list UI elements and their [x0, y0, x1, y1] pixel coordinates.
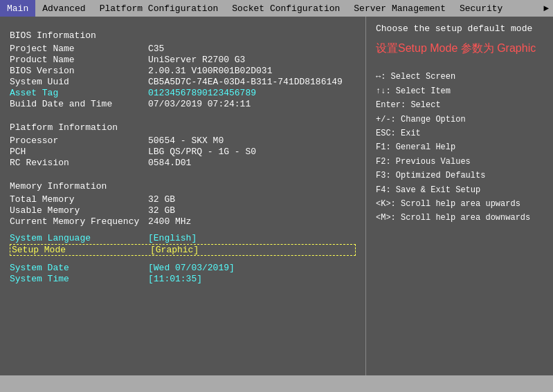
asset-tag-label: Asset Tag: [10, 88, 148, 98]
rc-revision-label: RC Revision: [10, 158, 148, 168]
content-area: BIOS Information Project Name C35 Produc…: [0, 17, 553, 375]
usable-memory-value: 32 GB: [148, 205, 175, 216]
key-scroll-down: <M>: Scroll help area downwards: [376, 211, 543, 225]
menu-item-server-management[interactable]: Server Management: [347, 0, 453, 17]
menu-item-socket-configuration[interactable]: Socket Configuration: [225, 0, 347, 17]
chinese-help-text: 设置Setup Mode 参数为 Graphic: [376, 41, 543, 56]
menu-item-main[interactable]: Main: [0, 0, 35, 17]
menu-item-advanced[interactable]: Advanced: [35, 0, 92, 17]
asset-tag-row: Asset Tag 01234567890123456789: [10, 88, 356, 98]
project-name-value: C35: [148, 44, 164, 54]
bios-version-label: BIOS Version: [10, 66, 148, 76]
system-uuid-label: System Uuid: [10, 77, 148, 87]
platform-section-title: Platform Information: [10, 122, 356, 133]
rc-revision-row: RC Revision 0584.D01: [10, 158, 356, 168]
key-esc: ESC: Exit: [376, 127, 543, 140]
rc-revision-value: 0584.D01: [148, 158, 191, 168]
processor-label: Processor: [10, 136, 148, 146]
build-date-value: 07/03/2019 07:24:11: [148, 99, 251, 109]
system-time-row: System Time [11:01:35]: [10, 274, 356, 284]
total-memory-label: Total Memory: [10, 194, 148, 205]
product-name-label: Product Name: [10, 55, 148, 65]
usable-memory-label: Usable Memory: [10, 205, 148, 216]
usable-memory-row: Usable Memory 32 GB: [10, 205, 356, 216]
processor-value: 50654 - SKX M0: [148, 136, 224, 146]
pch-row: PCH LBG QS/PRQ - 1G - S0: [10, 147, 356, 157]
pch-value: LBG QS/PRQ - 1G - S0: [148, 147, 256, 157]
menu-item-platform-configuration[interactable]: Platform Configuration: [93, 0, 226, 17]
system-date-row: System Date [Wed 07/03/2019]: [10, 263, 356, 273]
key-select-item: ↑↓: Select Item: [376, 84, 543, 98]
product-name-value: UniServer R2700 G3: [148, 55, 245, 65]
menu-arrow: ►: [539, 2, 553, 15]
menu-item-security[interactable]: Security: [453, 0, 509, 17]
system-language-label: System Language: [10, 233, 148, 243]
system-time-value: [11:01:35]: [148, 274, 202, 284]
processor-row: Processor 50654 - SKX M0: [10, 136, 356, 146]
menu-bar: Main Advanced Platform Configuration Soc…: [0, 0, 553, 17]
left-panel: BIOS Information Project Name C35 Produc…: [0, 17, 366, 375]
memory-freq-label: Current Memory Frequency: [10, 216, 148, 227]
memory-freq-value: 2400 MHz: [148, 216, 191, 227]
system-date-label: System Date: [10, 263, 148, 273]
build-date-label: Build Date and Time: [10, 99, 148, 109]
right-panel: Choose the setup default mode 设置Setup Mo…: [366, 17, 553, 375]
key-scroll-up: <K>: Scroll help area upwards: [376, 197, 543, 211]
key-f4: F4: Save & Exit Setup: [376, 183, 543, 197]
asset-tag-value: 01234567890123456789: [148, 88, 256, 98]
setup-mode-label: Setup Mode: [12, 245, 150, 255]
system-uuid-value: CB5A5D7C-74EA-03D4-B311-741DD8186149: [148, 77, 343, 87]
system-uuid-row: System Uuid CB5A5D7C-74EA-03D4-B311-741D…: [10, 77, 356, 87]
system-date-value: [Wed 07/03/2019]: [148, 263, 235, 273]
setup-mode-value: [Graphic]: [150, 245, 199, 255]
memory-freq-row: Current Memory Frequency 2400 MHz: [10, 216, 356, 227]
key-enter: Enter: Select: [376, 98, 543, 112]
bios-version-value: 2.00.31 V100R001B02D031: [148, 66, 272, 76]
key-f3: F3: Optimized Defaults: [376, 169, 543, 183]
bios-version-row: BIOS Version 2.00.31 V100R001B02D031: [10, 66, 356, 76]
total-memory-value: 32 GB: [148, 194, 175, 205]
memory-section-title: Memory Information: [10, 181, 356, 192]
setup-mode-row[interactable]: Setup Mode [Graphic]: [10, 244, 356, 256]
bios-section-title: BIOS Information: [10, 30, 356, 41]
key-change-option: +/-: Change Option: [376, 113, 543, 127]
system-language-value: [English]: [148, 233, 197, 243]
help-title: Choose the setup default mode: [376, 24, 543, 34]
system-time-label: System Time: [10, 274, 148, 284]
total-memory-row: Total Memory 32 GB: [10, 194, 356, 205]
pch-label: PCH: [10, 147, 148, 157]
system-language-row: System Language [English]: [10, 233, 356, 243]
key-f1: F1: General Help: [376, 140, 543, 154]
product-name-row: Product Name UniServer R2700 G3: [10, 55, 356, 65]
project-name-row: Project Name C35: [10, 44, 356, 54]
build-date-row: Build Date and Time 07/03/2019 07:24:11: [10, 99, 356, 109]
key-select-screen: ↔: Select Screen: [376, 70, 543, 84]
key-help-list: ↔: Select Screen ↑↓: Select Item Enter: …: [376, 70, 543, 225]
project-name-label: Project Name: [10, 44, 148, 54]
bottom-bar: [0, 375, 553, 392]
key-f2: F2: Previous Values: [376, 155, 543, 169]
